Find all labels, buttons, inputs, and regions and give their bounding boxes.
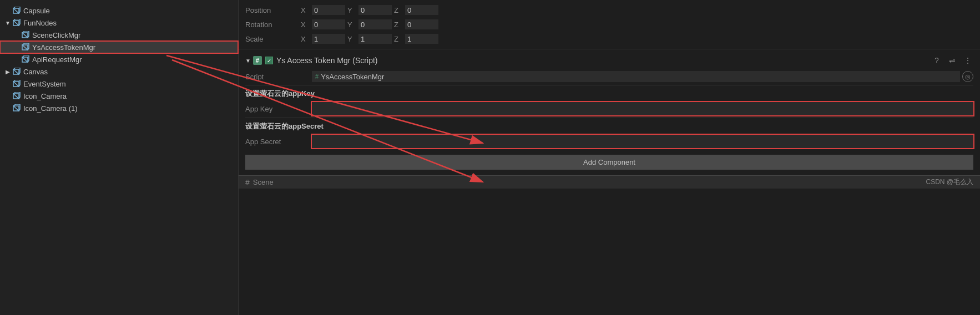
tree-item-icon-camera[interactable]: Icon_Camera bbox=[0, 90, 238, 102]
no-arrow bbox=[4, 7, 11, 14]
appkey-field-value bbox=[312, 102, 973, 115]
divider-2 bbox=[245, 118, 973, 118]
scene-label: Scene bbox=[253, 178, 274, 186]
cube-icon-eventsystem bbox=[12, 79, 21, 88]
scene-hash-icon: # bbox=[245, 178, 250, 187]
attribution-text: CSDN @毛么入 bbox=[926, 177, 973, 187]
script-ref: # YsAccessTokenMgr bbox=[312, 71, 960, 82]
rotation-row: Rotation X Y Z bbox=[245, 18, 973, 31]
tree-item-funnodes-label: FunNodes bbox=[23, 19, 57, 27]
tree-item-sceneclick[interactable]: SceneClickMgr bbox=[0, 29, 238, 41]
collapse-arrow-icon[interactable]: ▼ bbox=[245, 58, 251, 64]
tree-item-canvas-label: Canvas bbox=[23, 68, 48, 76]
appsecret-input[interactable] bbox=[312, 135, 973, 148]
component-header-icons: ? ⇌ ⋮ bbox=[931, 55, 973, 66]
help-icon[interactable]: ? bbox=[931, 55, 942, 66]
rotation-x-input[interactable] bbox=[312, 19, 345, 29]
appkey-label: App Key bbox=[245, 105, 312, 113]
cube-icon-canvas bbox=[12, 67, 21, 76]
position-x-label: X bbox=[301, 6, 310, 14]
tree-item-icon-camera1-label: Icon_Camera (1) bbox=[23, 104, 78, 113]
component-header: ▼ # Ys Access Token Mgr (Script) ? ⇌ ⋮ bbox=[245, 53, 973, 68]
position-y-label: Y bbox=[347, 6, 356, 14]
funnodes-arrow: ▼ bbox=[4, 19, 11, 26]
rotation-y-label: Y bbox=[347, 21, 356, 29]
script-field-value: # YsAccessTokenMgr ◎ bbox=[312, 71, 973, 82]
position-z-input[interactable] bbox=[405, 5, 438, 15]
cube-icon-funnodes bbox=[12, 18, 21, 27]
appkey-group-label: 设置萤石云的appKey bbox=[245, 88, 315, 100]
tree-item-icon-camera1[interactable]: Icon_Camera (1) bbox=[0, 102, 238, 114]
scale-x-input[interactable] bbox=[312, 34, 345, 44]
scale-row: Scale X Y Z bbox=[245, 32, 973, 45]
component-section: ▼ # Ys Access Token Mgr (Script) ? ⇌ ⋮ S… bbox=[239, 49, 980, 175]
component-checkbox[interactable] bbox=[265, 57, 273, 64]
tree-item-ysaccess-label: YsAccessTokenMgr bbox=[32, 43, 95, 52]
rotation-z-input[interactable] bbox=[405, 19, 438, 29]
add-component-button[interactable]: Add Component bbox=[245, 155, 973, 170]
hierarchy-panel: Capsule ▼ FunNodes SceneClickMgr YsAcces… bbox=[0, 0, 239, 315]
position-label: Position bbox=[245, 6, 301, 14]
no-arrow bbox=[4, 105, 11, 111]
appsecret-label: App Secret bbox=[245, 138, 312, 146]
no-arrow bbox=[4, 80, 11, 87]
script-ref-picker[interactable]: ◎ bbox=[962, 71, 973, 82]
no-arrow bbox=[13, 32, 20, 38]
position-x-input[interactable] bbox=[312, 5, 345, 15]
cube-icon-apirequest bbox=[21, 55, 30, 64]
tree-item-funnodes[interactable]: ▼ FunNodes bbox=[0, 17, 238, 29]
scale-z-label: Z bbox=[394, 35, 403, 43]
cube-icon-camera bbox=[12, 92, 21, 100]
appsecret-group-label: 设置萤石云的appSecret bbox=[245, 120, 324, 133]
appkey-group-label-row: 设置萤石云的appKey bbox=[245, 88, 973, 100]
no-arrow bbox=[13, 44, 20, 50]
tree-item-capsule[interactable]: Capsule bbox=[0, 4, 238, 17]
appkey-input[interactable] bbox=[312, 102, 973, 115]
canvas-arrow: ▶ bbox=[4, 68, 11, 75]
scale-x-label: X bbox=[301, 35, 310, 43]
cube-icon-camera1 bbox=[12, 104, 21, 113]
appsecret-field-value bbox=[312, 135, 973, 148]
settings-icon[interactable]: ⇌ bbox=[947, 55, 958, 66]
divider-1 bbox=[245, 85, 973, 85]
scale-xyz: X Y Z bbox=[301, 34, 438, 44]
tree-item-icon-camera-label: Icon_Camera bbox=[23, 92, 67, 100]
scale-y-label: Y bbox=[347, 35, 356, 43]
tree-item-canvas[interactable]: ▶ Canvas bbox=[0, 65, 238, 78]
component-title: Ys Access Token Mgr (Script) bbox=[276, 56, 931, 65]
tree-item-eventsystem[interactable]: EventSystem bbox=[0, 78, 238, 90]
transform-section: Position X Y Z Rotation X Y Z bbox=[239, 0, 980, 49]
tree-item-sceneclick-label: SceneClickMgr bbox=[32, 31, 80, 39]
rotation-y-input[interactable] bbox=[358, 19, 392, 29]
position-xyz: X Y Z bbox=[301, 5, 438, 15]
no-arrow bbox=[13, 56, 20, 63]
script-field-label: Script bbox=[245, 73, 312, 81]
no-arrow bbox=[4, 93, 11, 99]
scale-label: Scale bbox=[245, 35, 301, 43]
script-name-label: YsAccessTokenMgr bbox=[321, 73, 384, 81]
cube-icon-capsule bbox=[12, 6, 21, 15]
tree-item-apirequest[interactable]: ApiRequestMgr bbox=[0, 53, 238, 65]
tree-item-apirequest-label: ApiRequestMgr bbox=[32, 55, 82, 64]
hash-icon: # bbox=[253, 56, 262, 65]
position-row: Position X Y Z bbox=[245, 3, 973, 17]
more-icon[interactable]: ⋮ bbox=[962, 55, 973, 66]
tree-item-eventsystem-label: EventSystem bbox=[23, 80, 66, 88]
tree-item-ysaccess[interactable]: YsAccessTokenMgr bbox=[0, 41, 238, 53]
script-field-row: Script # YsAccessTokenMgr ◎ bbox=[245, 70, 973, 83]
bottom-bar: # Scene CSDN @毛么入 bbox=[239, 175, 980, 189]
position-y-input[interactable] bbox=[358, 5, 392, 15]
appsecret-field-row: App Secret bbox=[245, 135, 973, 148]
inspector-panel: Position X Y Z Rotation X Y Z bbox=[239, 0, 980, 315]
cube-icon-ysaccess bbox=[21, 43, 30, 52]
script-hash-icon: # bbox=[315, 73, 319, 80]
rotation-label: Rotation bbox=[245, 21, 301, 29]
cube-icon-sceneclick bbox=[21, 31, 30, 39]
appsecret-group-label-row: 设置萤石云的appSecret bbox=[245, 120, 973, 133]
appkey-field-row: App Key bbox=[245, 102, 973, 115]
position-z-label: Z bbox=[394, 6, 403, 14]
rotation-x-label: X bbox=[301, 21, 310, 29]
rotation-z-label: Z bbox=[394, 21, 403, 29]
scale-y-input[interactable] bbox=[358, 34, 392, 44]
scale-z-input[interactable] bbox=[405, 34, 438, 44]
